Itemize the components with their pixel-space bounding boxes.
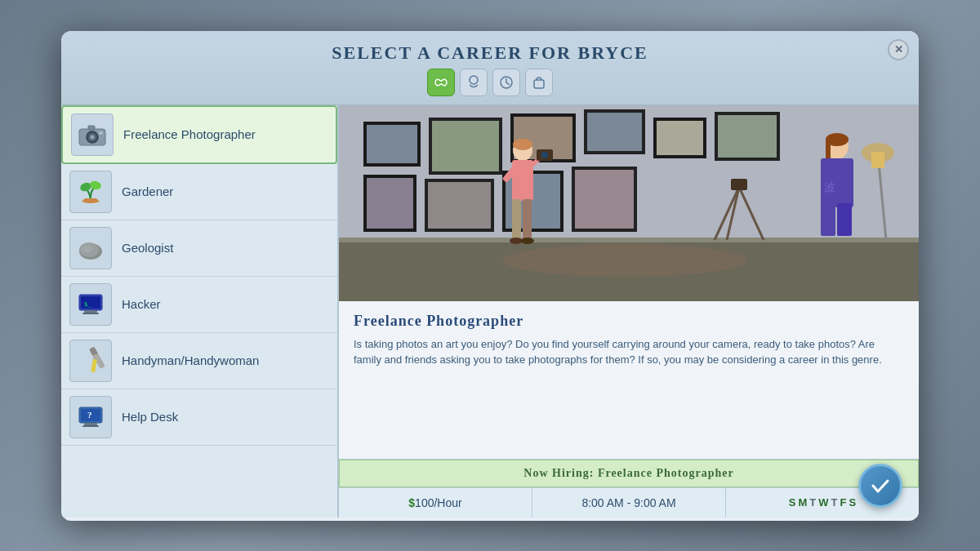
career-name-gardener: Gardener [122,184,173,198]
career-icon-geologist [69,227,112,269]
svg-point-22 [82,245,93,253]
day-w: W [818,496,828,509]
svg-point-15 [91,136,94,139]
career-icon-hacker: $_ [69,283,112,326]
svg-point-64 [541,152,548,158]
checkmark-icon [869,474,892,497]
career-detail-description: Is taking photos an art you enjoy? Do yo… [354,336,904,368]
svg-rect-11 [534,80,544,88]
confirm-button[interactable] [858,464,902,508]
svg-point-19 [89,180,102,190]
computer-icon: $_ [76,290,105,319]
filter-baby[interactable] [460,69,488,96]
svg-rect-43 [432,121,499,171]
career-item-freelance-photographer[interactable]: Freelance Photographer [61,105,337,164]
career-item-geologist[interactable]: Geologist [61,220,337,277]
career-scene: 波 [339,105,919,301]
career-name-help-desk: Help Desk [122,410,178,424]
svg-point-9 [470,76,478,84]
career-item-handyman[interactable]: Handyman/Handywoman [61,333,337,389]
svg-rect-49 [657,121,703,155]
career-item-hacker[interactable]: $_ Hacker [61,277,337,333]
svg-rect-59 [575,170,634,229]
plant-icon [76,177,105,207]
day-t2: T [831,496,838,509]
svg-rect-65 [512,199,521,240]
career-icon-gardener [69,171,112,213]
infinity-icon [433,74,449,91]
career-info: Freelance Photographer Is taking photos … [339,301,919,459]
svg-rect-39 [339,238,919,242]
day-m: M [799,496,808,509]
baby-icon [466,74,482,91]
svg-rect-26 [82,313,99,314]
career-name-hacker: Hacker [122,297,161,311]
stat-hours: 8:00 AM - 9:00 AM [532,488,726,518]
svg-rect-35 [82,425,99,427]
modal-header: Select a Career for Bryce ✕ [61,31,919,105]
svg-rect-17 [99,131,103,135]
career-item-help-desk[interactable]: ? Help Desk [61,389,337,446]
career-name-photographer: Freelance Photographer [123,127,256,141]
career-selection-modal: Select a Career for Bryce ✕ [61,31,919,521]
career-item-gardener[interactable]: Gardener [61,164,337,220]
svg-text:$_: $_ [84,301,91,308]
svg-rect-83 [871,152,884,168]
svg-point-67 [510,238,523,244]
camera-icon [78,122,107,147]
svg-rect-51 [718,115,777,158]
stat-pay: $100/Hour [339,488,532,518]
svg-point-68 [521,238,534,244]
rock-icon [76,233,105,263]
career-list: Freelance Photographer Gardener [61,105,339,518]
day-s2: S [849,496,856,509]
teen-icon [498,74,514,91]
filter-adult[interactable] [525,69,553,96]
pay-value: 100/Hour [415,496,462,509]
svg-rect-74 [821,203,835,236]
svg-rect-47 [587,113,642,151]
filter-teen[interactable] [492,69,520,96]
svg-text:波: 波 [824,181,835,193]
bag-icon [531,74,547,91]
hiring-banner: Now Hiring: Freelance Photographer [339,460,919,487]
svg-rect-25 [84,310,97,313]
svg-rect-62 [512,160,533,201]
filter-icons-row [78,69,902,96]
career-name-geologist: Geologist [122,241,173,255]
svg-point-80 [502,244,747,277]
svg-rect-79 [731,179,747,190]
modal-title: Select a Career for Bryce [78,42,902,64]
svg-rect-53 [367,178,413,229]
close-button[interactable]: ✕ [888,39,909,60]
helpdesk-icon: ? [76,402,105,432]
career-detail-title: Freelance Photographer [354,313,904,330]
svg-text:?: ? [87,410,92,420]
career-icon-handyman [69,340,112,382]
career-bottom-bar: Now Hiring: Freelance Photographer $100/… [339,459,919,518]
career-stats-row: $100/Hour 8:00 AM - 9:00 AM S M T W T F … [339,487,919,518]
svg-rect-16 [88,126,95,130]
svg-rect-55 [428,182,491,229]
career-icon-photographer [71,113,114,156]
career-image: 波 [339,105,919,301]
modal-body: Freelance Photographer Gardener [61,105,919,518]
svg-rect-41 [367,125,417,163]
day-f: F [840,496,847,509]
career-icon-help-desk: ? [69,396,112,438]
career-name-handyman: Handyman/Handywoman [122,353,259,367]
svg-rect-34 [84,423,97,425]
day-t1: T [809,496,816,509]
svg-rect-75 [837,203,852,236]
svg-rect-31 [93,354,98,360]
wrench-icon [76,346,105,375]
svg-rect-66 [523,199,532,240]
day-s1: S [789,496,796,509]
filter-all[interactable] [427,69,455,96]
career-detail-panel: 波 [339,105,919,518]
svg-point-61 [513,139,532,150]
pay-currency: $ [408,496,415,509]
